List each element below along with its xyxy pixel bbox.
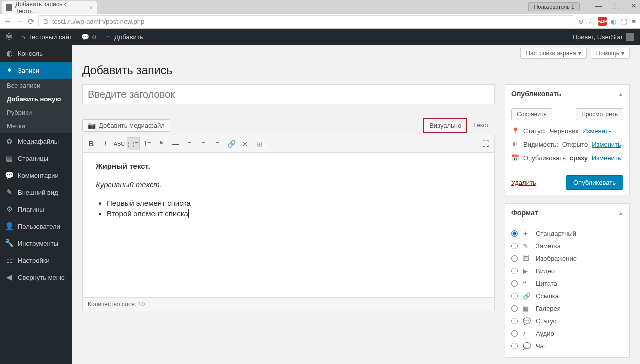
sidebar-item[interactable]: 👤Пользователи xyxy=(0,218,72,235)
tab-visual[interactable]: Визуально xyxy=(424,118,468,133)
publish-box-header[interactable]: Опубликовать▲ xyxy=(506,85,630,104)
greeting[interactable]: Привет, UserStar xyxy=(573,33,634,41)
sidebar-item[interactable]: ⚏Настройки xyxy=(0,252,72,269)
calendar-icon: 📅 xyxy=(512,154,520,162)
maximize-icon[interactable]: ▢ xyxy=(614,2,620,10)
format-option[interactable]: 🖼Изображение xyxy=(512,252,624,265)
close-tab-icon[interactable]: × xyxy=(90,4,93,12)
sidebar-subitem[interactable]: Добавить новую xyxy=(0,92,72,106)
help-button[interactable]: Помощь ▾ xyxy=(591,48,630,59)
more-button[interactable]: ⊞ xyxy=(253,138,266,150)
editor-body[interactable]: Жирный текст. Курсивный текст. Первый эл… xyxy=(82,153,495,298)
minimize-icon[interactable]: ― xyxy=(596,2,602,10)
format-radio[interactable] xyxy=(512,293,518,300)
quote-button[interactable]: ❝ xyxy=(155,138,168,150)
toolbar-toggle-button[interactable]: ▦ xyxy=(267,138,280,150)
bold-text: Жирный текст. xyxy=(96,162,150,170)
format-icon: ✎ xyxy=(523,242,531,250)
format-option[interactable]: ▶Видео xyxy=(512,265,624,278)
close-window-icon[interactable]: ✕ xyxy=(631,2,637,10)
site-link[interactable]: ⌂ Тестовый сайт xyxy=(22,34,72,41)
format-icon: 💭 xyxy=(523,342,531,350)
chrome-user-badge[interactable]: Пользователь 1 xyxy=(528,2,580,12)
publish-button[interactable]: Опубликовать xyxy=(566,176,624,190)
format-radio[interactable] xyxy=(512,230,518,237)
fullscreen-button[interactable]: ⛶ xyxy=(480,138,492,150)
add-new-link[interactable]: ＋ Добавить xyxy=(105,32,143,42)
sidebar-item[interactable]: ✦Записи xyxy=(0,62,72,79)
comments-link[interactable]: 💬 0 xyxy=(82,34,96,41)
format-label: Заметка xyxy=(536,242,561,250)
format-option[interactable]: ❝Цитата xyxy=(512,278,624,290)
format-radio[interactable] xyxy=(512,256,518,262)
sidebar-subitem[interactable]: Рубрики xyxy=(0,106,72,120)
align-right-button[interactable]: ≡ xyxy=(211,138,224,150)
star-icon[interactable]: ☆ xyxy=(588,18,594,26)
format-radio[interactable] xyxy=(512,243,518,250)
format-radio[interactable] xyxy=(512,330,518,337)
format-icon: ❝ xyxy=(523,280,531,288)
bullet-list-button[interactable]: ⬚≡ xyxy=(127,138,140,150)
delete-link[interactable]: Удалить xyxy=(512,179,536,186)
extension-icon[interactable]: ◐ xyxy=(611,18,616,26)
format-option[interactable]: 💬Статус xyxy=(512,315,624,328)
sidebar-item[interactable]: ▤Страницы xyxy=(0,150,72,167)
sidebar-item[interactable]: 💬Комментарии xyxy=(0,167,72,184)
edit-schedule-link[interactable]: Изменить xyxy=(592,154,622,162)
forward-icon[interactable]: → xyxy=(16,17,24,26)
format-radio[interactable] xyxy=(512,343,518,350)
link-button[interactable]: 🔗 xyxy=(225,138,238,150)
align-center-button[interactable]: ≡ xyxy=(197,138,210,150)
sidebar-item[interactable]: ◀Свернуть меню xyxy=(0,269,72,286)
format-label: Стандартный xyxy=(536,230,576,238)
hr-button[interactable]: ― xyxy=(169,138,182,150)
format-option[interactable]: ▦Галерея xyxy=(512,302,624,315)
sidebar-label: Пользователи xyxy=(18,223,60,230)
format-radio[interactable] xyxy=(512,280,518,287)
tab-text[interactable]: Текст xyxy=(468,118,495,133)
sidebar-item[interactable]: ⚙Плагины xyxy=(0,201,72,218)
format-option[interactable]: ✦Стандартный xyxy=(512,228,624,240)
format-radio[interactable] xyxy=(512,318,518,324)
format-option[interactable]: 💭Чат xyxy=(512,340,624,352)
save-draft-button[interactable]: Сохранить xyxy=(512,108,552,120)
format-option[interactable]: ✎Заметка xyxy=(512,240,624,252)
browser-tab[interactable]: Добавить запись ‹ Тесто… × xyxy=(2,2,97,14)
collapse-icon: ▲ xyxy=(618,92,624,97)
menu-icon[interactable]: ≡ xyxy=(632,18,636,26)
edit-status-link[interactable]: Изменить xyxy=(582,128,612,135)
sidebar-item[interactable]: ◐Консоль xyxy=(0,45,72,62)
edit-visibility-link[interactable]: Изменить xyxy=(592,141,622,148)
bold-button[interactable]: B xyxy=(85,138,98,150)
zoom-icon[interactable]: ⊕ xyxy=(578,18,584,26)
screen-options-button[interactable]: Настройки экрана ▾ xyxy=(520,48,586,59)
sidebar-subitem[interactable]: Все записи xyxy=(0,79,72,92)
profile-icon[interactable]: ◯ xyxy=(620,18,628,26)
url-input[interactable]: 🗋 test1.ru/wp-admin/post-new.php xyxy=(38,16,574,28)
format-option[interactable]: 🔗Ссылка xyxy=(512,290,624,302)
format-radio[interactable] xyxy=(512,268,518,274)
number-list-button[interactable]: 1≡ xyxy=(141,138,154,150)
sidebar-item[interactable]: ✿Медиафайлы xyxy=(0,133,72,150)
sidebar-subitem[interactable]: Метки xyxy=(0,120,72,133)
preview-button[interactable]: Просмотреть xyxy=(576,108,624,120)
menu-icon: ⚏ xyxy=(5,256,14,265)
strike-button[interactable]: ABC xyxy=(113,138,126,150)
italic-button[interactable]: I xyxy=(99,138,112,150)
back-icon[interactable]: ← xyxy=(4,17,12,26)
add-media-button[interactable]: 📷Добавить медиафайл xyxy=(82,120,170,132)
reload-icon[interactable]: ⟳ xyxy=(28,17,34,26)
unlink-button[interactable]: ⤫ xyxy=(239,138,252,150)
format-radio[interactable] xyxy=(512,306,518,312)
chevron-down-icon: ▾ xyxy=(578,50,582,57)
wp-logo[interactable]: ⓦ xyxy=(6,32,12,42)
adblock-icon[interactable]: ABP xyxy=(598,17,607,26)
sidebar-item[interactable]: 🔧Инструменты xyxy=(0,235,72,252)
format-option[interactable]: ♪Аудио xyxy=(512,328,624,340)
post-title-input[interactable] xyxy=(82,84,495,104)
sidebar-label: Внешний вид xyxy=(18,189,58,196)
format-box-header[interactable]: Формат▲ xyxy=(506,204,630,222)
editor-toolbar: B I ABC ⬚≡ 1≡ ❝ ― ≡ ≡ ≡ 🔗 ⤫ ⊞ ▦ ⛶ xyxy=(82,135,495,153)
sidebar-item[interactable]: ✎Внешний вид xyxy=(0,184,72,201)
align-left-button[interactable]: ≡ xyxy=(183,138,196,150)
